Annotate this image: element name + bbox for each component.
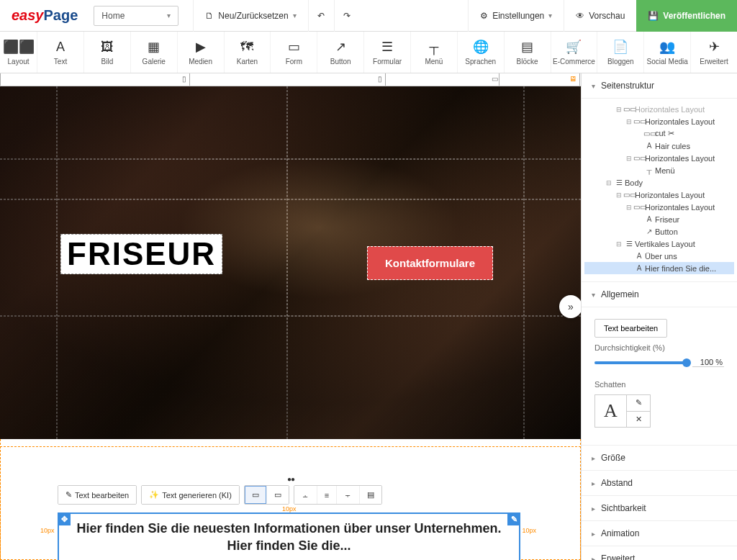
panel-structure-header[interactable]: ▾ Seitenstruktur xyxy=(582,73,737,99)
panel-animation-header[interactable]: ▸Animation xyxy=(582,521,737,546)
tree-label: Horizontales Layout xyxy=(635,191,705,199)
move-handle-icon[interactable]: ✥ xyxy=(58,512,71,525)
tree-label: Body xyxy=(625,179,643,187)
tree-row[interactable]: ⊟▭▭Horizontales Layout xyxy=(584,152,734,164)
tablet-portrait-icon[interactable]: ▯ xyxy=(378,75,382,83)
tree-toggle-icon[interactable]: ⊟ xyxy=(625,155,633,162)
chevron-right-icon: ▸ xyxy=(592,555,595,561)
tree-label: Horizontales Layout xyxy=(645,154,715,163)
align-box-center-button[interactable]: ▭ xyxy=(267,486,289,504)
menü-icon: ┬ xyxy=(430,39,439,55)
tree-type-icon: ▭▭ xyxy=(633,154,645,162)
tree-row[interactable]: ⊟▭▭Horizontales Layout xyxy=(584,115,734,127)
gear-icon: ⚙ xyxy=(480,11,488,21)
tree-row[interactable]: ⊟☰Body xyxy=(584,176,734,189)
padding-top-label: 10px xyxy=(282,505,297,512)
tree-row[interactable]: ⊟▭▭Horizontales Layout xyxy=(584,189,734,201)
desktop-icon[interactable]: 🖥 xyxy=(569,75,577,83)
tree-row[interactable]: ⊟▭▭Horizontales Layout xyxy=(584,201,734,213)
button-icon: ↗ xyxy=(335,39,346,55)
hero-section[interactable]: FRISEUR Kontaktformulare » xyxy=(0,86,581,439)
tree-row[interactable]: ┬Menü xyxy=(584,164,734,176)
formular-icon: ☰ xyxy=(381,39,393,55)
preview-button[interactable]: 👁 Vorschau xyxy=(564,0,636,32)
tree-label: Horizontales Layout xyxy=(645,117,715,126)
panel-general-header[interactable]: ▾ Allgemein xyxy=(582,282,737,307)
tree-toggle-icon[interactable]: ⊟ xyxy=(605,179,613,186)
ribbon-sprachen[interactable]: 🌐Sprachen xyxy=(458,32,505,73)
tree-row[interactable]: ⊟☰Vertikales Layout xyxy=(584,238,734,250)
shadow-edit-button[interactable]: ✎ xyxy=(627,395,650,412)
tree-toggle-icon[interactable]: ⊟ xyxy=(625,118,633,125)
publish-button[interactable]: 💾 Veröffentlichen xyxy=(636,0,737,32)
text-icon: A xyxy=(56,39,65,55)
ribbon-bild[interactable]: 🖼Bild xyxy=(84,32,131,73)
tree-row[interactable]: ▭▭cut ✂ xyxy=(584,127,734,140)
chevron-right-icon: ▸ xyxy=(592,530,595,538)
panel-erweitert-header[interactable]: ▸Erweitert xyxy=(582,546,737,560)
ribbon-men-[interactable]: ┬Menü xyxy=(411,32,458,73)
opacity-slider[interactable]: 100 % xyxy=(584,358,734,374)
new-reset-button[interactable]: 🗋 Neu/Zurücksetzen ▾ xyxy=(193,0,307,32)
valign-top-button[interactable]: ⫠ xyxy=(294,486,317,504)
tree-row[interactable]: AFriseur xyxy=(584,213,734,225)
erweitert-icon: ✈ xyxy=(709,39,720,55)
ai-generate-button[interactable]: ✨Text generieren (KI) xyxy=(142,486,239,504)
valign-middle-button[interactable]: ≡ xyxy=(317,486,337,504)
selected-text-block[interactable]: ✥ ✎ Hier finden Sie die neuesten Informa… xyxy=(58,512,520,560)
tree-row[interactable]: AÜber uns xyxy=(584,250,734,262)
karten-icon: 🗺 xyxy=(240,39,253,55)
valign-stretch-button[interactable]: ▤ xyxy=(360,486,381,504)
caret-down-icon: ▾ xyxy=(548,12,552,19)
tree-row[interactable]: AHier finden Sie die... xyxy=(584,262,734,274)
tree-row[interactable]: ↗Button xyxy=(584,225,734,238)
canvas-stage[interactable]: FRISEUR Kontaktformulare » ● ●● ● ✎Text … xyxy=(0,86,581,560)
logo: easyPage xyxy=(0,7,89,24)
edit-text-prop-button[interactable]: Text bearbeiten xyxy=(594,319,667,338)
ribbon-karten[interactable]: 🗺Karten xyxy=(225,32,271,73)
tool-ribbon: ⬛⬛LayoutAText🖼Bild▦Galerie▶Medien🗺Karten… xyxy=(0,32,737,73)
settings-button[interactable]: ⚙ Einstellungen ▾ xyxy=(468,0,564,32)
ribbon-bloggen[interactable]: 📄Bloggen xyxy=(597,32,644,73)
align-box-left-button[interactable]: ▭ xyxy=(245,486,267,504)
chevron-down-icon: ▾ xyxy=(592,82,595,90)
ribbon-bl-cke[interactable]: ▤Blöcke xyxy=(505,32,551,73)
tree-toggle-icon[interactable]: ⊟ xyxy=(615,240,623,248)
page-selector[interactable]: Home ▾ xyxy=(94,6,178,26)
next-slide-button[interactable]: » xyxy=(559,295,581,318)
panel-größe-header[interactable]: ▸Größe xyxy=(582,446,737,471)
redo-button[interactable]: ↷ xyxy=(334,0,360,32)
ribbon-button[interactable]: ↗Button xyxy=(317,32,364,73)
tablet-landscape-icon[interactable]: ▭ xyxy=(492,75,498,83)
tree-toggle-icon[interactable]: ⊟ xyxy=(625,204,633,211)
ribbon-e-commerce[interactable]: 🛒E-Commerce xyxy=(551,32,598,73)
ribbon-form[interactable]: ▭Form xyxy=(271,32,317,73)
ribbon-erweitert[interactable]: ✈Erweitert xyxy=(691,32,737,73)
edit-handle-icon[interactable]: ✎ xyxy=(507,512,520,525)
page-selector-value: Home xyxy=(101,11,125,21)
bild-icon: 🖼 xyxy=(101,39,114,55)
ribbon-layout[interactable]: ⬛⬛Layout xyxy=(0,32,37,73)
edit-text-button[interactable]: ✎Text bearbeiten xyxy=(58,486,136,504)
tree-row[interactable]: ⊟▭▭Horizontales Layout xyxy=(584,103,734,115)
ribbon-text[interactable]: AText xyxy=(37,32,84,73)
valign-bottom-button[interactable]: ⫟ xyxy=(337,486,360,504)
ribbon-galerie[interactable]: ▦Galerie xyxy=(131,32,178,73)
device-ruler[interactable]: ▯ ▯ ▭ 🖥 xyxy=(0,73,581,86)
ribbon-formular[interactable]: ☰Formular xyxy=(364,32,411,73)
ribbon-medien[interactable]: ▶Medien xyxy=(178,32,225,73)
tree-toggle-icon[interactable]: ⊟ xyxy=(615,106,623,113)
mobile-icon[interactable]: ▯ xyxy=(182,75,186,83)
ribbon-social-media[interactable]: 👥Social Media xyxy=(644,32,691,73)
panel-abstand-header[interactable]: ▸Abstand xyxy=(582,471,737,496)
hero-contact-button[interactable]: Kontaktformulare xyxy=(367,246,493,280)
e-commerce-icon: 🛒 xyxy=(566,39,582,55)
undo-button[interactable]: ↶ xyxy=(308,0,334,32)
tree-label: Hair cules xyxy=(655,142,690,150)
shadow-preview: A ✎ ✕ xyxy=(594,394,651,428)
tree-toggle-icon[interactable]: ⊟ xyxy=(615,191,623,199)
shadow-clear-button[interactable]: ✕ xyxy=(627,412,650,428)
hero-title[interactable]: FRISEUR xyxy=(60,234,222,274)
tree-row[interactable]: AHair cules xyxy=(584,140,734,152)
panel-sichtbarkeit-header[interactable]: ▸Sichtbarkeit xyxy=(582,496,737,521)
